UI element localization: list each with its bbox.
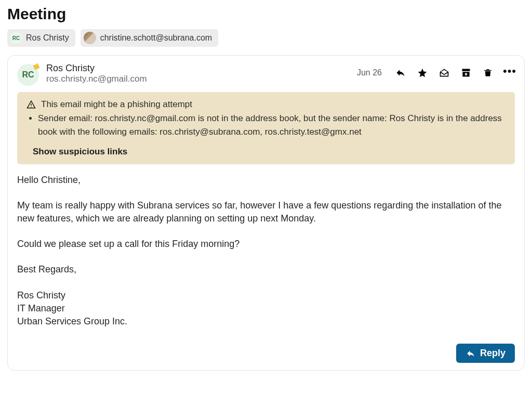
message-card: RC Ros Christy ros.christy.nc@gmail.com … (7, 55, 525, 371)
message-actions: Jun 26 ••• (357, 63, 515, 80)
phishing-warning: This email might be a phishing attempt S… (17, 92, 515, 164)
sender-avatar: RC (17, 64, 39, 86)
svg-point-1 (31, 107, 32, 108)
avatar-initials-small: RC (10, 32, 22, 44)
reply-button[interactable]: Reply (456, 344, 515, 363)
body-paragraph: My team is really happy with Subrana ser… (17, 199, 515, 225)
email-subject: Meeting (7, 5, 525, 23)
warning-icon (26, 100, 36, 109)
message-body: Hello Christine, My team is really happy… (17, 174, 515, 329)
delete-icon[interactable] (483, 68, 493, 78)
participant-chip-recipient[interactable]: christine.schott@subrana.com (81, 29, 218, 47)
message-date: Jun 26 (357, 68, 382, 77)
sender-email: ros.christy.nc@gmail.com (46, 74, 147, 84)
archive-icon[interactable] (461, 68, 471, 78)
reply-icon[interactable] (395, 68, 406, 78)
body-closing: Best Regards, (17, 263, 515, 276)
sender-block: Ros Christy ros.christy.nc@gmail.com (46, 63, 147, 84)
signature-line: IT Manager (17, 302, 515, 315)
star-icon[interactable] (417, 68, 428, 78)
avatar-photo-small (84, 32, 96, 44)
participant-chip-sender[interactable]: RC Ros Christy (7, 29, 75, 47)
signature-line: Urban Services Group Inc. (17, 315, 515, 328)
more-icon[interactable]: ••• (504, 66, 515, 80)
participant-chips: RC Ros Christy christine.schott@subrana.… (7, 29, 525, 47)
mark-read-icon[interactable] (439, 68, 449, 78)
participant-label: christine.schott@subrana.com (100, 33, 212, 43)
reply-button-label: Reply (480, 348, 506, 359)
warning-detail: Sender email: ros.christy.nc@gmail.com i… (38, 112, 506, 139)
sender-name: Ros Christy (46, 63, 147, 74)
body-greeting: Hello Christine, (17, 174, 515, 187)
body-paragraph: Could we please set up a call for this F… (17, 238, 515, 251)
message-header: RC Ros Christy ros.christy.nc@gmail.com … (17, 63, 515, 86)
warning-title: This email might be a phishing attempt (41, 99, 192, 110)
signature-line: Ros Christy (17, 289, 515, 302)
show-suspicious-links-button[interactable]: Show suspicious links (33, 147, 506, 157)
participant-label: Ros Christy (26, 33, 69, 43)
